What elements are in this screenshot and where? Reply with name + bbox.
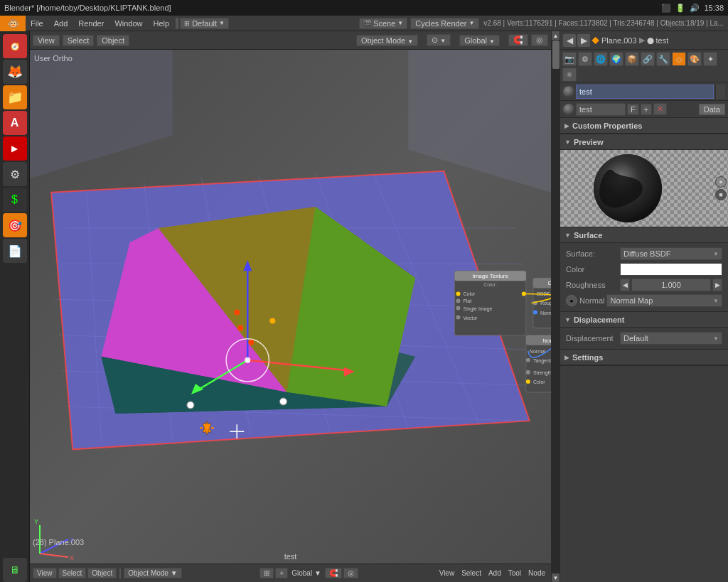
svg-text:Image Texture: Image Texture <box>472 273 508 279</box>
pivot-dropdown[interactable]: ⊙ ▼ <box>427 34 451 46</box>
settings-triangle: ▶ <box>564 354 569 361</box>
material-id-input[interactable] <box>576 103 626 116</box>
svg-point-28 <box>245 357 250 363</box>
sidebar-firefox-icon[interactable]: 🦊 <box>3 60 27 84</box>
prop-edit-btn[interactable]: ◎ <box>343 568 358 578</box>
snap-btn[interactable]: 🧲 <box>508 34 528 46</box>
data-button[interactable]: Data <box>699 104 725 115</box>
viewport-header: View Select Object Object Mode ▼ ⊙ ▼ Glo… <box>30 31 551 50</box>
scene-dropdown[interactable]: 🎬 Scene ▼ <box>359 18 407 29</box>
scroll-down-arrow[interactable]: ▼ <box>552 573 560 582</box>
scene-icon-btn[interactable]: 🌐 <box>594 52 608 66</box>
object-icon-btn[interactable]: 📦 <box>625 52 639 66</box>
normal-dot-btn[interactable]: ● <box>566 295 577 306</box>
viewport-bottom-bar: View Select Object Object Mode ▼ ⊞ + Glo… <box>30 564 551 582</box>
view-button[interactable]: View <box>33 35 60 46</box>
breadcrumb-root-icon: 🔶 <box>592 37 599 44</box>
object-btn-bottom[interactable]: Object <box>87 568 117 578</box>
roughness-increase-btn[interactable]: ▶ <box>712 279 722 291</box>
render-menu[interactable]: Render <box>73 18 109 29</box>
world-icon-btn[interactable]: 🌍 <box>609 52 623 66</box>
preview-header[interactable]: ▼ Preview <box>560 134 728 150</box>
add-menu[interactable]: Add <box>49 18 73 29</box>
global-dropdown[interactable]: Global ▼ <box>459 35 500 46</box>
sidebar-settings-icon[interactable]: ⚙ <box>3 162 27 186</box>
sidebar-a-icon[interactable]: A <box>3 111 27 135</box>
sidebar-folder-icon[interactable]: 📁 <box>3 85 27 109</box>
new-material-button[interactable]: + <box>641 104 652 115</box>
sync-btn[interactable]: ⊞ <box>259 568 274 578</box>
svg-text:Flat: Flat <box>463 298 471 303</box>
displacement-header[interactable]: ▼ Displacement <box>560 312 728 328</box>
svg-text:Diffuse BSDF: Diffuse BSDF <box>548 280 551 286</box>
roughness-row: Roughness ◀ 1.000 ▶ <box>562 277 727 293</box>
sidebar-navigate-icon[interactable]: 🧭 <box>3 34 27 58</box>
preview-content-area: ● ■ <box>560 150 728 227</box>
surface-section: ▼ Surface Surface: Diffuse BSDF ▼ Color <box>560 227 728 312</box>
preview-side-buttons: ● ■ <box>715 176 727 200</box>
breadcrumb-plane[interactable]: Plane.003 <box>601 36 637 45</box>
snap-btn-bottom[interactable]: 🧲 <box>325 568 342 578</box>
material-icon-btn[interactable]: ◇ <box>672 52 686 66</box>
material-list-scroll[interactable] <box>715 85 725 99</box>
material-name-input[interactable] <box>576 85 714 99</box>
color-row: Color <box>562 262 727 277</box>
preview-plane-btn[interactable]: ■ <box>715 189 727 200</box>
proportional-btn[interactable]: ◎ <box>531 34 548 46</box>
scroll-track[interactable] <box>552 40 560 573</box>
sidebar-files-icon[interactable]: 📄 <box>3 239 27 263</box>
help-menu[interactable]: Help <box>149 18 175 29</box>
render-icon-btn[interactable]: 📷 <box>562 52 577 66</box>
sidebar-terminal-icon[interactable]: $ <box>3 188 27 212</box>
blender-logo[interactable]: 🐵 <box>0 16 26 31</box>
properties-header: ◀ ▶ 🔶 Plane.003 ▶ ⬤ test <box>560 31 728 50</box>
sidebar-youtube-icon[interactable]: ▶ <box>3 136 27 161</box>
object-button[interactable]: Object <box>97 35 129 46</box>
texture-icon-btn[interactable]: 🎨 <box>687 52 702 66</box>
nav-forward-btn[interactable]: ▶ <box>577 34 590 47</box>
properties-icon-toolbar: 📷 ⚙ 🌐 🌍 📦 🔗 🔧 ◇ 🎨 ✦ ⚛ <box>560 50 728 82</box>
render-engine-dropdown[interactable]: Cycles Render ▼ <box>410 18 479 29</box>
sidebar-blender-icon[interactable]: 🎯 <box>3 213 27 237</box>
viewport-canvas[interactable]: User Ortho <box>30 50 551 564</box>
custom-props-header[interactable]: ▶ Custom Properties <box>560 118 728 134</box>
displacement-type-dropdown[interactable]: Default ▼ <box>620 332 722 345</box>
3d-viewport-svg: Image Texture Color: Color Flat Single I… <box>30 50 551 564</box>
surface-type-dropdown[interactable]: Diffuse BSDF ▼ <box>620 247 722 260</box>
preview-sphere-btn[interactable]: ● <box>715 176 727 188</box>
svg-point-34 <box>279 398 287 405</box>
svg-text:Normal: Normal <box>540 311 551 316</box>
scroll-up-arrow[interactable]: ▲ <box>552 31 560 40</box>
file-menu[interactable]: File <box>26 18 48 29</box>
normal-type-dropdown[interactable]: Normal Map ▼ <box>606 294 722 307</box>
roughness-controls: ◀ 1.000 ▶ <box>620 279 722 291</box>
layout-dropdown[interactable]: ⊞ Default ▼ <box>180 18 229 29</box>
nav-back-btn[interactable]: ◀ <box>563 34 576 47</box>
mode-dropdown[interactable]: Object Mode ▼ <box>356 35 418 46</box>
view-btn-bottom[interactable]: View <box>33 568 57 578</box>
constraint-icon-btn[interactable]: 🔗 <box>641 52 655 66</box>
color-picker[interactable] <box>620 263 722 276</box>
surface-header[interactable]: ▼ Surface <box>560 227 728 243</box>
displacement-type-row: Displacement Default ▼ <box>562 330 727 346</box>
select-btn-bottom[interactable]: Select <box>58 568 87 578</box>
fake-user-button[interactable]: F <box>627 104 639 115</box>
window-menu[interactable]: Window <box>109 18 147 29</box>
roughness-decrease-btn[interactable]: ◀ <box>620 279 630 291</box>
obj-mode-btn[interactable]: Object Mode ▼ <box>124 568 181 578</box>
svg-text:Color: Color <box>533 379 545 384</box>
roughness-value[interactable]: 1.000 <box>631 279 711 291</box>
physics-icon-btn[interactable]: ⚛ <box>562 68 577 82</box>
select-label-bottom: Select <box>459 569 484 577</box>
viewport-scrollbar[interactable]: ▲ ▼ <box>551 31 560 582</box>
cursor-btn[interactable]: + <box>275 568 288 578</box>
settings-header[interactable]: ▶ Settings <box>560 350 728 365</box>
particle-icon-btn[interactable]: ✦ <box>703 52 717 66</box>
modifier-icon-btn[interactable]: 🔧 <box>656 52 670 66</box>
breadcrumb-material[interactable]: test <box>656 36 669 45</box>
render-settings-btn[interactable]: ⚙ <box>578 52 592 66</box>
sidebar-desktop-icon[interactable]: 🖥 <box>3 558 27 582</box>
unlink-material-button[interactable]: ✕ <box>653 103 667 115</box>
select-button[interactable]: Select <box>63 35 95 46</box>
scroll-thumb[interactable] <box>552 41 560 69</box>
